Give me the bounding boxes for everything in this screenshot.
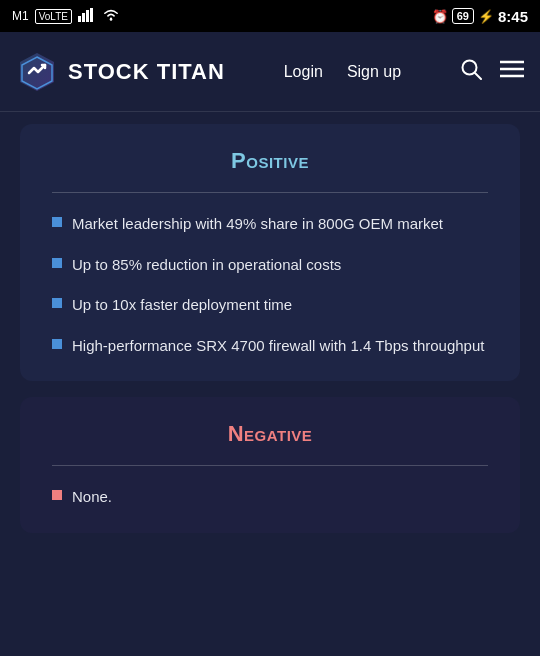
bullet-icon xyxy=(52,298,62,308)
list-item: Market leadership with 49% share in 800G… xyxy=(52,213,488,236)
list-item: High-performance SRX 4700 firewall with … xyxy=(52,335,488,358)
list-item: None. xyxy=(52,486,488,509)
negative-card: Negative None. xyxy=(20,397,520,533)
logo-text: STOCK TITAN xyxy=(68,59,225,85)
negative-divider xyxy=(52,465,488,466)
svg-rect-1 xyxy=(82,13,85,22)
list-item: Up to 85% reduction in operational costs xyxy=(52,254,488,277)
bullet-icon xyxy=(52,258,62,268)
positive-bullet-list: Market leadership with 49% share in 800G… xyxy=(52,213,488,357)
status-left: M1 VoLTE xyxy=(12,8,120,25)
nav-icons xyxy=(460,58,524,86)
bullet-text: Market leadership with 49% share in 800G… xyxy=(72,213,443,236)
time-display: 8:45 xyxy=(498,8,528,25)
search-button[interactable] xyxy=(460,58,482,86)
positive-card-title: Positive xyxy=(52,148,488,174)
bullet-text: High-performance SRX 4700 firewall with … xyxy=(72,335,484,358)
svg-point-4 xyxy=(110,18,113,21)
hamburger-icon xyxy=(500,59,524,79)
positive-divider xyxy=(52,192,488,193)
menu-button[interactable] xyxy=(500,59,524,85)
logo-area: STOCK TITAN xyxy=(16,51,225,93)
search-icon xyxy=(460,58,482,80)
signal-icon xyxy=(78,8,96,25)
bullet-icon xyxy=(52,217,62,227)
logo-icon xyxy=(16,51,58,93)
svg-rect-3 xyxy=(90,8,93,22)
charging-icon: ⚡ xyxy=(478,9,494,24)
bullet-icon xyxy=(52,339,62,349)
bullet-text: None. xyxy=(72,486,112,509)
app-header: STOCK TITAN Login Sign up xyxy=(0,32,540,112)
positive-card: Positive Market leadership with 49% shar… xyxy=(20,124,520,381)
status-bar: M1 VoLTE ⏰ 69 ⚡ 8:45 xyxy=(0,0,540,32)
login-link[interactable]: Login xyxy=(284,63,323,81)
negative-bullet-list: None. xyxy=(52,486,488,509)
volte-badge: VoLTE xyxy=(35,9,72,24)
battery-level: 69 xyxy=(457,10,469,22)
main-content: Positive Market leadership with 49% shar… xyxy=(0,112,540,656)
svg-rect-2 xyxy=(86,10,89,22)
nav-links: Login Sign up xyxy=(284,63,401,81)
alarm-icon: ⏰ xyxy=(432,9,448,24)
wifi-icon xyxy=(102,8,120,25)
bullet-text: Up to 85% reduction in operational costs xyxy=(72,254,341,277)
battery-container: 69 xyxy=(452,8,474,24)
svg-line-6 xyxy=(475,73,481,79)
bullet-icon xyxy=(52,490,62,500)
signup-link[interactable]: Sign up xyxy=(347,63,401,81)
negative-card-title: Negative xyxy=(52,421,488,447)
bullet-text: Up to 10x faster deployment time xyxy=(72,294,292,317)
status-right: ⏰ 69 ⚡ 8:45 xyxy=(432,8,528,25)
carrier-text: M1 xyxy=(12,9,29,23)
svg-rect-0 xyxy=(78,16,81,22)
list-item: Up to 10x faster deployment time xyxy=(52,294,488,317)
